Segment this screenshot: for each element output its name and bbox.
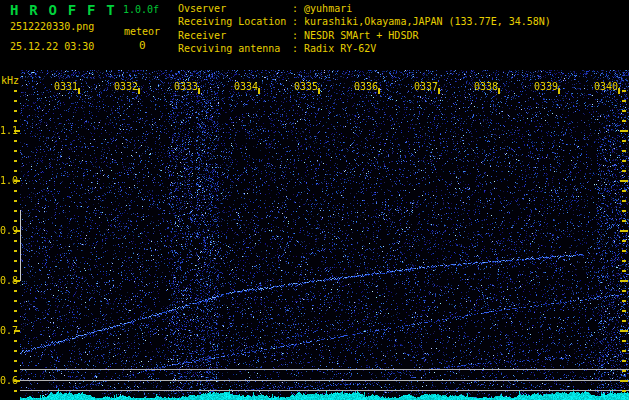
freq-minor-tick-right [622, 270, 626, 272]
freq-tick-label: 0.7 [0, 326, 13, 336]
time-tick [438, 88, 440, 94]
freq-minor-tick [14, 210, 17, 212]
info-value: NESDR SMArt + HDSDR [304, 30, 418, 41]
info-row: Receiving Location: kurashiki,Okayama,JA… [178, 15, 551, 28]
info-value: Radix RY-62V [304, 43, 376, 54]
time-tick [138, 88, 140, 94]
freq-minor-tick [14, 270, 17, 272]
freq-minor-tick-right [622, 320, 626, 322]
time-label: 0331 [54, 82, 78, 92]
freq-tick-label: 0.6 [0, 376, 13, 386]
version-label: 1.0.0f [123, 5, 159, 15]
freq-minor-tick-right [622, 100, 626, 102]
freq-minor-tick-right [622, 120, 626, 122]
marker-line [20, 369, 629, 370]
freq-minor-tick-right [622, 360, 626, 362]
datetime-label: 25.12.22 03:30 [10, 42, 94, 52]
time-label: 0337 [414, 82, 438, 92]
freq-minor-tick [14, 300, 17, 302]
freq-minor-tick-right [622, 350, 626, 352]
calibration-line [20, 210, 21, 281]
freq-minor-tick [14, 110, 17, 112]
meteor-count-label: meteor [124, 27, 160, 37]
freq-minor-tick-right [622, 90, 626, 92]
freq-tick-label: 1.1 [0, 126, 13, 136]
time-label: 0339 [534, 82, 558, 92]
spectrogram-canvas [20, 70, 629, 400]
hrofft-screenshot: H R O F F T 1.0.0f 2512220330.png meteor… [0, 0, 629, 400]
freq-minor-tick-right [622, 150, 626, 152]
freq-minor-tick [14, 350, 17, 352]
freq-minor-tick [14, 120, 17, 122]
freq-minor-tick [14, 160, 17, 162]
time-tick [198, 88, 200, 94]
info-colon: : [292, 3, 304, 14]
freq-major-tick-right [620, 130, 628, 132]
time-label: 0333 [174, 82, 198, 92]
freq-minor-tick-right [622, 110, 626, 112]
freq-minor-tick-right [622, 140, 626, 142]
info-colon: : [292, 30, 304, 41]
freq-tick-label: 0.8 [0, 276, 13, 286]
freq-major-tick-right [620, 230, 628, 232]
freq-minor-tick-right [622, 390, 626, 392]
freq-major-tick-right [620, 330, 628, 332]
time-tick [498, 88, 500, 94]
freq-minor-tick-right [622, 200, 626, 202]
freq-major-tick-right [620, 380, 628, 382]
freq-minor-tick [14, 360, 17, 362]
freq-minor-tick [14, 390, 17, 392]
freq-minor-tick-right [622, 190, 626, 192]
info-row: Recviving antenna: Radix RY-62V [178, 42, 551, 55]
freq-minor-tick [14, 170, 17, 172]
freq-minor-tick-right [622, 250, 626, 252]
time-label: 0336 [354, 82, 378, 92]
info-label: Receiving Location [178, 15, 292, 28]
freq-minor-tick-right [622, 240, 626, 242]
freq-minor-tick [14, 220, 17, 222]
freq-minor-tick [14, 250, 17, 252]
freq-minor-tick-right [622, 310, 626, 312]
freq-minor-tick-right [622, 220, 626, 222]
freq-minor-tick [14, 190, 17, 192]
freq-minor-tick [14, 370, 17, 372]
freq-minor-tick [14, 310, 17, 312]
freq-minor-tick-right [622, 290, 626, 292]
filename-label: 2512220330.png [10, 22, 94, 32]
time-tick [78, 88, 80, 94]
marker-line [20, 380, 629, 381]
time-label: 0340 [594, 82, 618, 92]
time-tick [558, 88, 560, 94]
time-tick [378, 88, 380, 94]
freq-major-tick-right [620, 280, 628, 282]
info-label: Recviving antenna [178, 42, 292, 55]
info-colon: : [292, 16, 304, 27]
freq-minor-tick-right [622, 370, 626, 372]
freq-minor-tick [14, 140, 17, 142]
meteor-count-value: 0 [139, 41, 146, 51]
info-colon: : [292, 43, 304, 54]
freq-minor-tick [14, 90, 17, 92]
freq-minor-tick-right [622, 160, 626, 162]
freq-minor-tick-right [622, 170, 626, 172]
freq-minor-tick [14, 260, 17, 262]
freq-minor-tick-right [622, 260, 626, 262]
app-title: H R O F F T [10, 4, 116, 16]
freq-tick-label: 1.0 [0, 176, 13, 186]
info-label: Ovserver [178, 2, 292, 15]
info-label: Receiver [178, 29, 292, 42]
time-label: 0338 [474, 82, 498, 92]
freq-tick-label: 0.9 [0, 226, 13, 236]
time-tick [318, 88, 320, 94]
info-row: Receiver: NESDR SMArt + HDSDR [178, 29, 551, 42]
freq-minor-tick [14, 320, 17, 322]
freq-minor-tick-right [622, 210, 626, 212]
marker-line [20, 390, 629, 391]
freq-minor-tick [14, 200, 17, 202]
freq-unit-label: kHz [1, 76, 19, 86]
freq-minor-tick [14, 240, 17, 242]
freq-minor-tick-right [622, 300, 626, 302]
freq-minor-tick-right [622, 340, 626, 342]
info-value: kurashiki,Okayama,JAPAN (133.77E, 34.58N… [304, 16, 551, 27]
freq-minor-tick [14, 340, 17, 342]
